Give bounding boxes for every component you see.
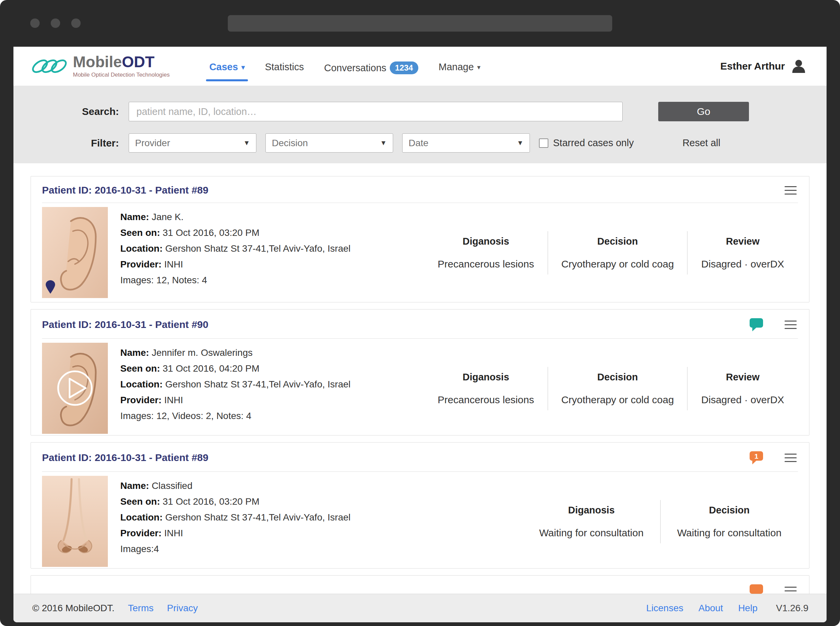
diagnosis-header: Diganosis bbox=[427, 372, 544, 383]
terms-link[interactable]: Terms bbox=[128, 603, 153, 613]
review-header: Review bbox=[691, 236, 795, 247]
chevron-down-icon: ▾ bbox=[241, 63, 245, 71]
case-columns: Diganosis Precancerous lesions Decision … bbox=[424, 231, 798, 274]
decision-header: Decision bbox=[551, 372, 684, 383]
app-footer: © 2016 MobileODT. Terms Privacy Licenses… bbox=[13, 594, 827, 622]
help-link[interactable]: Help bbox=[738, 603, 758, 613]
mobileodt-logo[interactable]: MobileODT Mobile Optical Detection Techn… bbox=[31, 54, 170, 78]
case-details: Name: Jane K. Seen on: 31 Oct 2016, 03:2… bbox=[120, 203, 350, 291]
case-thumbnail-video[interactable] bbox=[42, 343, 108, 434]
decision-dropdown[interactable]: Decision ▼ bbox=[266, 133, 393, 153]
window-dot[interactable] bbox=[30, 19, 40, 28]
case-title[interactable]: Patient ID: 2016-10-31 - Patient #90 bbox=[42, 319, 208, 330]
search-row: Search: Go bbox=[13, 102, 827, 121]
case-thumbnail-nose[interactable] bbox=[42, 476, 108, 567]
chat-notification-icon[interactable] bbox=[749, 584, 764, 594]
case-counts: Images: 12, Notes: 4 bbox=[120, 275, 350, 286]
filter-row: Filter: Provider ▼ Decision ▼ Date ▼ Sta… bbox=[13, 133, 827, 153]
review-value: Disagred · overDX bbox=[691, 394, 795, 405]
case-details: Name: Classified Seen on: 31 Oct 2016, 0… bbox=[120, 472, 350, 559]
diagnosis-header: Diganosis bbox=[427, 236, 544, 247]
case-list: Patient ID: 2016-10-31 - Patient #89 bbox=[13, 163, 827, 594]
case-columns: Diganosis Precancerous lesions Decision … bbox=[424, 367, 798, 410]
filter-label: Filter: bbox=[13, 138, 129, 149]
chat-notification-icon[interactable]: 1 bbox=[749, 451, 764, 465]
date-dropdown[interactable]: Date ▼ bbox=[402, 133, 530, 153]
case-thumbnail-ear[interactable] bbox=[42, 207, 108, 298]
page: MobileODT Mobile Optical Detection Techn… bbox=[13, 47, 827, 622]
case-details: Name: Jennifer m. Oswalerings Seen on: 3… bbox=[120, 339, 350, 426]
active-tab-indicator bbox=[206, 79, 248, 81]
provider-dropdown[interactable]: Provider ▼ bbox=[129, 133, 257, 153]
decision-header: Decision bbox=[664, 505, 795, 516]
starred-only-label: Starred cases only bbox=[553, 138, 634, 149]
user-avatar-icon bbox=[791, 59, 806, 74]
diagnosis-value: Precancerous lesions bbox=[427, 394, 544, 405]
case-card: Patient ID: 2016-10-31 - Patient #89 1 bbox=[31, 442, 809, 568]
privacy-link[interactable]: Privacy bbox=[167, 603, 198, 613]
play-button-icon bbox=[42, 343, 108, 434]
dropdown-caret-icon: ▼ bbox=[517, 139, 524, 147]
diagnosis-header: Diganosis bbox=[526, 505, 657, 516]
about-link[interactable]: About bbox=[699, 603, 723, 613]
case-menu-icon[interactable] bbox=[783, 185, 798, 196]
browser-window: MobileODT Mobile Optical Detection Techn… bbox=[0, 0, 840, 626]
nav-conversations[interactable]: Conversations 1234 bbox=[324, 61, 418, 83]
copyright-text: © 2016 MobileODT. bbox=[32, 603, 114, 613]
decision-value: Cryotherapy or cold coag bbox=[551, 258, 684, 270]
case-columns: Diganosis Waiting for consultation Decis… bbox=[522, 500, 798, 543]
logo-name: MobileODT bbox=[73, 54, 170, 70]
case-title[interactable]: Patient ID: 2016-10-31 - Patient #89 bbox=[42, 452, 208, 463]
search-input[interactable] bbox=[129, 102, 623, 121]
review-value: Disagred · overDX bbox=[691, 258, 795, 270]
reset-all-link[interactable]: Reset all bbox=[682, 138, 720, 149]
case-menu-icon[interactable] bbox=[783, 452, 798, 463]
dropdown-caret-icon: ▼ bbox=[243, 139, 250, 147]
version-text: V1.26.9 bbox=[776, 603, 809, 613]
review-header: Review bbox=[691, 372, 795, 383]
licenses-link[interactable]: Licenses bbox=[646, 603, 684, 613]
starred-only-checkbox[interactable] bbox=[539, 138, 548, 148]
logo-tagline: Mobile Optical Detection Technologies bbox=[73, 72, 170, 78]
window-controls[interactable] bbox=[30, 19, 81, 28]
search-filter-panel: Search: Go Filter: Provider ▼ Decision ▼… bbox=[13, 86, 827, 163]
chevron-down-icon: ▾ bbox=[477, 63, 480, 71]
nav-cases[interactable]: Cases ▾ bbox=[209, 61, 245, 81]
case-menu-icon[interactable] bbox=[783, 585, 798, 594]
address-bar[interactable] bbox=[228, 15, 612, 31]
user-menu[interactable]: Esther Arthur bbox=[720, 59, 806, 74]
window-dot[interactable] bbox=[51, 19, 60, 28]
go-button[interactable]: Go bbox=[658, 102, 749, 121]
conversations-count-badge: 1234 bbox=[390, 61, 418, 74]
nav-statistics[interactable]: Statistics bbox=[265, 61, 304, 81]
case-card: Patient ID: 2016-10-31 - Patient #90 bbox=[31, 309, 809, 435]
search-label: Search: bbox=[13, 106, 129, 117]
logo-rings-icon bbox=[31, 55, 68, 77]
main-nav: Cases ▾ Statistics Conversations 1234 Ma… bbox=[209, 47, 480, 86]
decision-header: Decision bbox=[551, 236, 684, 247]
case-menu-icon[interactable] bbox=[783, 319, 798, 330]
window-dot[interactable] bbox=[71, 19, 81, 28]
location-pin-icon bbox=[45, 280, 55, 294]
case-card: Patient ID: 2016-10-31 - Patient #89 bbox=[31, 176, 809, 302]
user-name: Esther Arthur bbox=[720, 61, 785, 72]
case-counts: Images:4 bbox=[120, 544, 350, 554]
decision-value: Waiting for consultation bbox=[664, 527, 795, 538]
case-title[interactable]: Patient ID: 2016-10-31 - Patient #89 bbox=[42, 185, 208, 196]
svg-text:1: 1 bbox=[754, 452, 759, 460]
nav-manage[interactable]: Manage ▾ bbox=[438, 61, 480, 81]
decision-value: Cryotherapy or cold coag bbox=[551, 394, 684, 405]
case-card-partial bbox=[31, 575, 809, 594]
nose-photo bbox=[42, 476, 108, 567]
case-counts: Images: 12, Videos: 2, Notes: 4 bbox=[120, 411, 350, 421]
dropdown-caret-icon: ▼ bbox=[380, 139, 387, 147]
chat-bubble-icon[interactable] bbox=[749, 318, 764, 332]
diagnosis-value: Precancerous lesions bbox=[427, 258, 544, 270]
app-header: MobileODT Mobile Optical Detection Techn… bbox=[13, 47, 827, 86]
diagnosis-value: Waiting for consultation bbox=[526, 527, 657, 538]
